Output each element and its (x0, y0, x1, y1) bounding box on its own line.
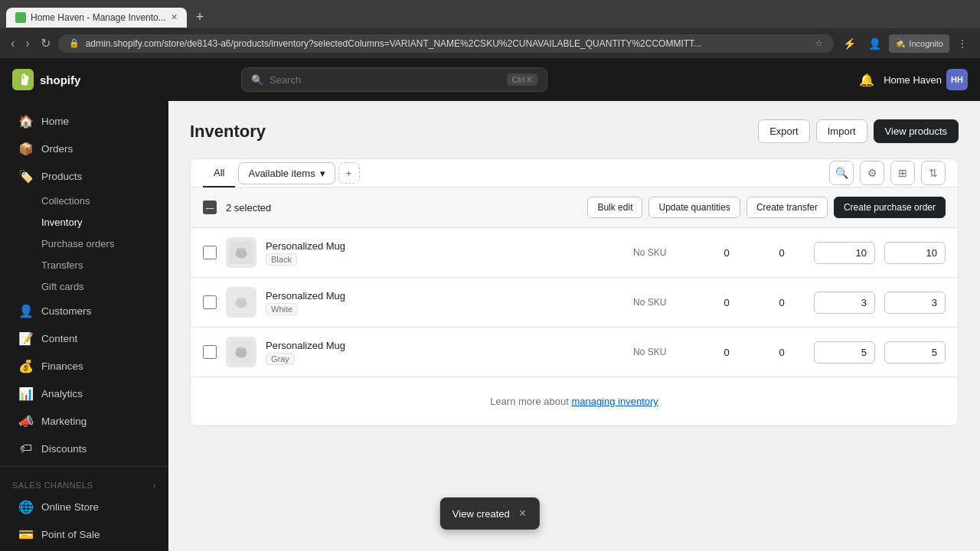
sidebar-item-transfers[interactable]: Transfers (6, 255, 162, 276)
row-checkbox-3[interactable] (203, 345, 217, 359)
search-input[interactable] (270, 74, 501, 86)
analytics-icon: 📊 (18, 386, 34, 401)
back-button[interactable]: ‹ (8, 34, 18, 54)
available-items-filter[interactable]: Available items ▾ (238, 162, 335, 184)
available-field-3[interactable] (884, 341, 946, 364)
on-hand-input-1[interactable] (814, 242, 875, 264)
shopify-logo[interactable]: shopify (12, 69, 80, 90)
search-icon: 🔍 (835, 167, 848, 179)
main-content: Inventory Export Import View products Al… (168, 101, 980, 551)
menu-button[interactable]: ⋮ (952, 34, 972, 53)
tab-title: Home Haven - Manage Invento... (31, 12, 166, 23)
toast-close-button[interactable]: × (518, 507, 528, 520)
expand-icon[interactable]: › (153, 481, 156, 490)
sidebar-item-orders[interactable]: 📦 Orders (6, 135, 162, 162)
sidebar-item-collections[interactable]: Collections (6, 191, 162, 211)
selected-bar: — 2 selected Bulk edit Update quantities… (191, 187, 958, 228)
sidebar: 🏠 Home 📦 Orders 🏷️ Products Collections … (0, 101, 168, 551)
create-purchase-order-button[interactable]: Create purchase order (834, 197, 946, 218)
extensions-button[interactable]: ⚡ (838, 34, 861, 53)
export-button[interactable]: Export (758, 119, 810, 143)
pos-icon: 💳 (18, 527, 34, 542)
new-tab-button[interactable]: + (190, 6, 211, 28)
store-avatar: HH (946, 69, 968, 90)
product-sku-1: No SKU (633, 247, 694, 258)
sidebar-item-customers[interactable]: 👤 Customers (6, 298, 162, 324)
product-variant-2: White (266, 303, 298, 315)
sidebar-item-home[interactable]: 🏠 Home (6, 108, 162, 135)
tab-close-btn[interactable]: ✕ (171, 12, 178, 22)
update-quantities-button[interactable]: Update quantities (648, 197, 740, 218)
create-transfer-button[interactable]: Create transfer (746, 197, 828, 218)
search-filter-button[interactable]: 🔍 (829, 161, 854, 185)
sidebar-item-discounts[interactable]: 🏷 Discounts (6, 435, 162, 461)
on-hand-input-2[interactable] (814, 292, 875, 314)
sidebar-label-pos: Point of Sale (41, 529, 100, 540)
row-checkbox-1[interactable] (203, 246, 217, 259)
store-badge[interactable]: Home Haven HH (884, 69, 968, 90)
tab-favicon (15, 12, 26, 23)
product-name-2: Personalized Mug (266, 290, 624, 302)
on-hand-field-3[interactable] (814, 341, 875, 364)
add-filter-button[interactable]: + (338, 162, 360, 184)
import-button[interactable]: Import (816, 119, 867, 143)
sidebar-item-content[interactable]: 📝 Content (6, 325, 162, 352)
filter-right: 🔍 ⚙ ⊞ ⇅ (829, 161, 946, 185)
online-store-icon: 🌐 (18, 500, 34, 514)
selected-count: 2 selected (226, 202, 578, 214)
on-hand-field-2[interactable] (814, 292, 875, 314)
search-bar[interactable]: 🔍 Ctrl K (241, 67, 547, 92)
profile-button[interactable]: 👤 (864, 34, 886, 53)
table-row: Personalized Mug Gray No SKU 0 0 (191, 328, 958, 377)
available-input-1[interactable] (884, 242, 946, 264)
refresh-button[interactable]: ↻ (38, 33, 54, 54)
available-input-3[interactable] (884, 341, 946, 364)
filter-tab-all[interactable]: All (203, 159, 235, 187)
sort-icon: ⇅ (929, 167, 938, 179)
row-checkbox-2[interactable] (203, 295, 217, 309)
page-header: Inventory Export Import View products (190, 119, 959, 143)
browser-tab[interactable]: Home Haven - Manage Invento... ✕ (6, 8, 187, 28)
chevron-down-icon: ▾ (320, 168, 325, 179)
sidebar-item-marketing[interactable]: 📣 Marketing (6, 408, 162, 435)
sidebar-item-gift-cards[interactable]: Gift cards (6, 276, 162, 297)
sidebar-label-finances: Finances (41, 360, 83, 372)
on-hand-field-1[interactable] (814, 242, 875, 264)
filter-tabs: All Available items ▾ + (203, 159, 360, 187)
incognito-badge: 🕵️ Incognito (889, 34, 949, 53)
sidebar-item-products[interactable]: 🏷️ Products (6, 163, 162, 190)
url-bar[interactable]: 🔒 admin.shopify.com/store/de8143-a6/prod… (58, 34, 835, 53)
columns-button[interactable]: ⊞ (890, 161, 915, 185)
available-field-2[interactable] (884, 292, 946, 314)
on-hand-input-3[interactable] (814, 341, 875, 364)
sidebar-item-inventory[interactable]: Inventory (6, 212, 162, 233)
product-unavailable-2: 0 (704, 297, 750, 308)
product-sku-3: No SKU (633, 347, 694, 357)
select-all-checkbox[interactable]: — (203, 201, 217, 214)
forward-button[interactable]: › (22, 34, 32, 54)
bulk-edit-button[interactable]: Bulk edit (587, 197, 642, 218)
product-name-1: Personalized Mug (266, 240, 624, 252)
filter-options-button[interactable]: ⚙ (860, 161, 884, 185)
managing-inventory-link[interactable]: managing inventory (571, 396, 658, 407)
sidebar-item-point-of-sale[interactable]: 💳 Point of Sale (6, 521, 162, 548)
discounts-icon: 🏷 (18, 442, 34, 455)
sidebar-label-products: Products (41, 171, 82, 182)
sidebar-item-online-store[interactable]: 🌐 Online Store (6, 494, 162, 520)
available-input-2[interactable] (884, 292, 946, 314)
product-thumbnail-3 (226, 337, 256, 367)
notifications-button[interactable]: 🔔 (859, 73, 874, 87)
sidebar-item-purchase-orders[interactable]: Purchase orders (6, 233, 162, 254)
filter-bar: All Available items ▾ + 🔍 ⚙ ⊞ (191, 159, 958, 187)
svg-rect-3 (237, 249, 246, 254)
customers-icon: 👤 (18, 304, 34, 318)
sort-button[interactable]: ⇅ (921, 161, 946, 185)
inventory-card: All Available items ▾ + 🔍 ⚙ ⊞ (190, 158, 959, 426)
product-unavailable-1: 0 (704, 247, 750, 259)
star-icon[interactable]: ☆ (815, 38, 823, 48)
sidebar-item-analytics[interactable]: 📊 Analytics (6, 380, 162, 407)
available-field-1[interactable] (884, 242, 946, 264)
view-products-button[interactable]: View products (874, 119, 959, 143)
product-info-1: Personalized Mug Black (266, 240, 624, 266)
sidebar-item-finances[interactable]: 💰 Finances (6, 353, 162, 380)
